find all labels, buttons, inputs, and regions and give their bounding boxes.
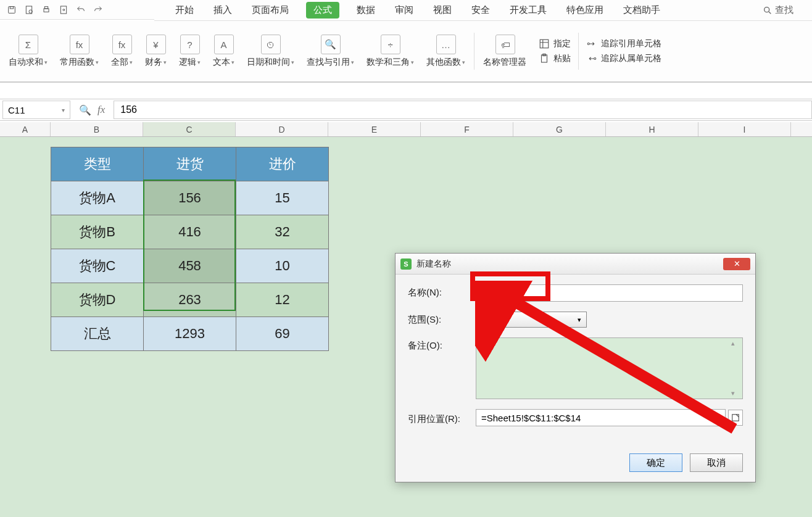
cell[interactable]: 458 [144,249,236,283]
ribbon-common-fn[interactable]: fx常用函数 [54,35,105,68]
svg-point-12 [594,58,596,60]
name-box[interactable]: C11 [2,101,70,119]
ok-button[interactable]: 确定 [629,453,682,472]
menu-security[interactable]: 安全 [469,1,492,20]
dialog-body: 名称(N): 范围(S): 工作簿 备注(O): ▴▾ 引用位置(R): [396,275,755,446]
svg-rect-5 [44,6,48,8]
svg-point-11 [587,43,589,45]
menu-devtools[interactable]: 开发工具 [507,1,549,20]
ribbon-name-manager[interactable]: 🏷名称管理器 [477,35,534,68]
col-A[interactable]: A [0,122,51,136]
col-D[interactable]: D [236,122,328,136]
ribbon-all[interactable]: fx全部 [105,35,139,68]
close-button[interactable]: ✕ [723,258,750,270]
col-C[interactable]: C [143,122,236,136]
search-icon: 🔍 [321,35,341,54]
col-E[interactable]: E [328,122,421,136]
th-price[interactable]: 进价 [236,147,329,181]
svg-rect-0 [9,6,15,13]
yen-icon: ¥ [146,35,166,54]
ribbon-datetime[interactable]: ⏲日期和时间 [241,35,300,68]
cell[interactable]: 货物C [51,249,144,283]
search-label: 查找 [775,4,793,16]
ribbon-paste[interactable]: 粘贴 [539,53,571,64]
ribbon-other-fn[interactable]: …其他函数 [420,35,471,68]
col-I[interactable]: I [698,122,791,136]
table-row: 货物A 156 15 [51,181,329,215]
zoom-icon[interactable]: 🔍 [79,104,91,116]
ribbon-trace-precedents[interactable]: 追踪引用单元格 [586,38,661,49]
ref-label: 引用位置(R): [408,411,476,425]
cell[interactable]: 32 [236,215,329,249]
cell[interactable]: 69 [236,317,329,351]
ref-input[interactable] [476,409,726,426]
cell[interactable]: 156 [144,181,236,215]
dialog-footer: 确定 取消 [396,446,755,482]
ribbon-define[interactable]: 指定 [539,38,571,49]
menu-doc-helper[interactable]: 文档助手 [621,1,663,20]
cell[interactable]: 263 [144,283,236,317]
dialog-title-text: 新建名称 [416,258,451,270]
table-row: 货物D 263 12 [51,283,329,317]
th-stock[interactable]: 进货 [144,147,236,181]
th-type[interactable]: 类型 [51,147,144,181]
ribbon-lookup[interactable]: 🔍查找与引用 [300,35,360,68]
menu-page-layout[interactable]: 页面布局 [249,1,291,20]
svg-rect-13 [732,415,739,421]
export-icon[interactable] [57,3,70,17]
ribbon-logic[interactable]: ?逻辑 [173,35,207,68]
cell[interactable]: 货物B [51,215,144,249]
menu-review[interactable]: 审阅 [392,1,416,20]
svg-rect-1 [10,6,13,8]
col-F[interactable]: F [421,122,513,136]
redo-icon[interactable] [91,3,105,17]
ref-picker-button[interactable] [728,410,743,426]
formula-tools: 🔍 fx [79,104,105,116]
scope-select[interactable]: 工作簿 [476,312,587,328]
ribbon-text[interactable]: A文本 [207,35,241,68]
print-icon[interactable] [39,3,53,17]
menu-bar: 开始 插入 页面布局 公式 数据 审阅 视图 安全 开发工具 特色应用 文档助手… [154,0,812,21]
math-icon: ÷ [381,35,400,54]
svg-rect-4 [44,9,49,12]
fx-button[interactable]: fx [97,104,105,116]
cell[interactable]: 货物A [51,181,144,215]
comment-textarea[interactable]: ▴▾ [476,337,743,399]
sigma-icon: Σ [19,35,38,54]
ribbon-autosum[interactable]: Σ自动求和 [2,35,54,68]
more-icon: … [436,35,456,54]
ribbon-trace-dependents[interactable]: 追踪从属单元格 [586,53,661,64]
menu-search[interactable]: 查找 [763,4,793,16]
menu-start[interactable]: 开始 [173,1,196,20]
dialog-titlebar[interactable]: S 新建名称 ✕ [396,254,755,275]
cell[interactable]: 1293 [144,317,236,351]
cell[interactable]: 货物D [51,283,144,317]
ribbon-trace-side: 追踪引用单元格 追踪从属单元格 [581,38,666,64]
undo-icon[interactable] [74,3,88,17]
ribbon-finance[interactable]: ¥财务 [139,35,173,68]
menu-special[interactable]: 特色应用 [564,1,606,20]
cell[interactable]: 10 [236,249,329,283]
print-preview-icon[interactable] [22,3,36,17]
col-H[interactable]: H [606,122,698,136]
tag-icon: 🏷 [495,35,515,54]
formula-input[interactable] [114,101,812,119]
ribbon-name-side: 指定 粘贴 [534,38,576,64]
col-G[interactable]: G [513,122,606,136]
cell[interactable]: 416 [144,215,236,249]
save-icon[interactable] [5,3,19,17]
comment-label: 备注(O): [408,337,476,352]
menu-insert[interactable]: 插入 [211,1,234,20]
col-B[interactable]: B [51,122,143,136]
header-row: 类型 进货 进价 [51,147,329,181]
cell[interactable]: 12 [236,283,329,317]
menu-data[interactable]: 数据 [354,1,378,20]
ribbon: Σ自动求和 fx常用函数 fx全部 ¥财务 ?逻辑 A文本 ⏲日期和时间 🔍查找… [0,21,812,83]
cell[interactable]: 汇总 [51,317,144,351]
cell[interactable]: 15 [236,181,329,215]
menu-view[interactable]: 视图 [431,1,454,20]
menu-formula[interactable]: 公式 [306,2,339,19]
name-input[interactable] [476,284,743,302]
cancel-button[interactable]: 取消 [690,453,743,472]
ribbon-math[interactable]: ÷数学和三角 [360,35,420,68]
